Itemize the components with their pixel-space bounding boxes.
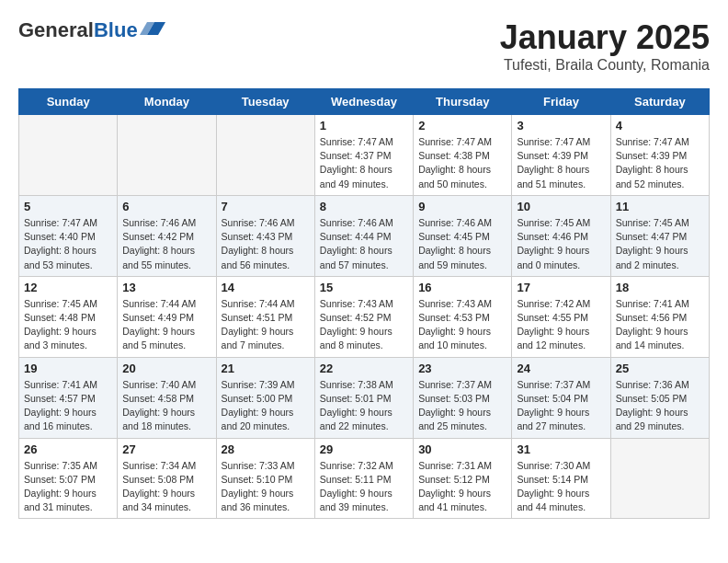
calendar-cell: 14Sunrise: 7:44 AM Sunset: 4:51 PM Dayli…: [216, 276, 314, 357]
day-info: Sunrise: 7:45 AM Sunset: 4:47 PM Dayligh…: [616, 216, 704, 272]
day-number: 16: [418, 281, 506, 294]
calendar-cell: 18Sunrise: 7:41 AM Sunset: 4:56 PM Dayli…: [610, 276, 709, 357]
day-number: 17: [517, 281, 605, 294]
weekday-header-saturday: Saturday: [610, 89, 709, 115]
day-number: 26: [24, 442, 112, 456]
day-info: Sunrise: 7:44 AM Sunset: 4:49 PM Dayligh…: [122, 297, 210, 353]
calendar-subtitle: Tufesti, Braila County, Romania: [500, 57, 710, 74]
day-number: 3: [517, 119, 605, 132]
title-section: January 2025 Tufesti, Braila County, Rom…: [500, 18, 710, 74]
day-info: Sunrise: 7:39 AM Sunset: 5:00 PM Dayligh…: [222, 378, 310, 434]
calendar-cell: 23Sunrise: 7:37 AM Sunset: 5:03 PM Dayli…: [414, 357, 512, 438]
calendar-cell: 28Sunrise: 7:33 AM Sunset: 5:10 PM Dayli…: [216, 438, 314, 519]
week-row-1: 1Sunrise: 7:47 AM Sunset: 4:37 PM Daylig…: [19, 115, 710, 196]
weekday-header-friday: Friday: [512, 89, 610, 115]
day-info: Sunrise: 7:47 AM Sunset: 4:39 PM Dayligh…: [616, 135, 704, 191]
day-number: 22: [320, 362, 408, 375]
calendar-cell: 17Sunrise: 7:42 AM Sunset: 4:55 PM Dayli…: [512, 276, 610, 357]
calendar-cell: 8Sunrise: 7:46 AM Sunset: 4:44 PM Daylig…: [314, 195, 413, 276]
calendar-cell: 6Sunrise: 7:46 AM Sunset: 4:42 PM Daylig…: [118, 195, 216, 276]
day-info: Sunrise: 7:33 AM Sunset: 5:10 PM Dayligh…: [222, 459, 310, 515]
day-number: 29: [320, 442, 408, 456]
day-info: Sunrise: 7:34 AM Sunset: 5:08 PM Dayligh…: [122, 459, 210, 515]
day-info: Sunrise: 7:46 AM Sunset: 4:45 PM Dayligh…: [418, 216, 506, 272]
day-number: 11: [616, 200, 704, 213]
day-info: Sunrise: 7:37 AM Sunset: 5:04 PM Dayligh…: [517, 378, 605, 434]
day-info: Sunrise: 7:46 AM Sunset: 4:43 PM Dayligh…: [222, 216, 310, 272]
day-number: 25: [616, 362, 704, 375]
day-number: 8: [320, 200, 408, 213]
day-number: 30: [418, 442, 506, 456]
calendar-cell: [118, 115, 216, 196]
day-number: 31: [517, 442, 605, 456]
weekday-header-tuesday: Tuesday: [216, 89, 314, 115]
calendar-cell: 9Sunrise: 7:46 AM Sunset: 4:45 PM Daylig…: [414, 195, 512, 276]
day-info: Sunrise: 7:47 AM Sunset: 4:38 PM Dayligh…: [418, 135, 506, 191]
day-number: 14: [222, 281, 310, 294]
day-number: 13: [122, 281, 210, 294]
calendar-cell: 4Sunrise: 7:47 AM Sunset: 4:39 PM Daylig…: [610, 115, 709, 196]
day-info: Sunrise: 7:46 AM Sunset: 4:42 PM Dayligh…: [122, 216, 210, 272]
week-row-2: 5Sunrise: 7:47 AM Sunset: 4:40 PM Daylig…: [19, 195, 710, 276]
day-number: 6: [122, 200, 210, 213]
calendar-cell: 26Sunrise: 7:35 AM Sunset: 5:07 PM Dayli…: [19, 438, 118, 519]
calendar-cell: 25Sunrise: 7:36 AM Sunset: 5:05 PM Dayli…: [610, 357, 709, 438]
logo-general: GeneralBlue: [18, 18, 138, 42]
week-row-3: 12Sunrise: 7:45 AM Sunset: 4:48 PM Dayli…: [19, 276, 710, 357]
calendar-cell: 30Sunrise: 7:31 AM Sunset: 5:12 PM Dayli…: [414, 438, 512, 519]
calendar-cell: 7Sunrise: 7:46 AM Sunset: 4:43 PM Daylig…: [216, 195, 314, 276]
calendar-cell: 2Sunrise: 7:47 AM Sunset: 4:38 PM Daylig…: [414, 115, 512, 196]
day-info: Sunrise: 7:42 AM Sunset: 4:55 PM Dayligh…: [517, 297, 605, 353]
calendar-table: SundayMondayTuesdayWednesdayThursdayFrid…: [18, 88, 710, 519]
day-info: Sunrise: 7:37 AM Sunset: 5:03 PM Dayligh…: [418, 378, 506, 434]
calendar-cell: 20Sunrise: 7:40 AM Sunset: 4:58 PM Dayli…: [118, 357, 216, 438]
day-info: Sunrise: 7:47 AM Sunset: 4:40 PM Dayligh…: [24, 216, 112, 272]
calendar-cell: 24Sunrise: 7:37 AM Sunset: 5:04 PM Dayli…: [512, 357, 610, 438]
week-row-4: 19Sunrise: 7:41 AM Sunset: 4:57 PM Dayli…: [19, 357, 710, 438]
day-info: Sunrise: 7:41 AM Sunset: 4:56 PM Dayligh…: [616, 297, 704, 353]
weekday-header-thursday: Thursday: [414, 89, 512, 115]
day-number: 2: [418, 119, 506, 132]
day-info: Sunrise: 7:47 AM Sunset: 4:39 PM Dayligh…: [517, 135, 605, 191]
logo: GeneralBlue: [18, 18, 165, 42]
day-number: 19: [24, 362, 112, 375]
calendar-cell: [19, 115, 118, 196]
day-info: Sunrise: 7:32 AM Sunset: 5:11 PM Dayligh…: [320, 459, 408, 515]
day-info: Sunrise: 7:35 AM Sunset: 5:07 PM Dayligh…: [24, 459, 112, 515]
day-number: 7: [222, 200, 310, 213]
calendar-cell: 12Sunrise: 7:45 AM Sunset: 4:48 PM Dayli…: [19, 276, 118, 357]
weekday-header-wednesday: Wednesday: [314, 89, 413, 115]
week-row-5: 26Sunrise: 7:35 AM Sunset: 5:07 PM Dayli…: [19, 438, 710, 519]
day-number: 5: [24, 200, 112, 213]
day-number: 28: [222, 442, 310, 456]
day-number: 24: [517, 362, 605, 375]
calendar-cell: 29Sunrise: 7:32 AM Sunset: 5:11 PM Dayli…: [314, 438, 413, 519]
calendar-cell: 27Sunrise: 7:34 AM Sunset: 5:08 PM Dayli…: [118, 438, 216, 519]
weekday-header-sunday: Sunday: [19, 89, 118, 115]
day-info: Sunrise: 7:38 AM Sunset: 5:01 PM Dayligh…: [320, 378, 408, 434]
day-number: 9: [418, 200, 506, 213]
calendar-cell: 15Sunrise: 7:43 AM Sunset: 4:52 PM Dayli…: [314, 276, 413, 357]
calendar-cell: 31Sunrise: 7:30 AM Sunset: 5:14 PM Dayli…: [512, 438, 610, 519]
day-number: 23: [418, 362, 506, 375]
day-number: 27: [122, 442, 210, 456]
day-number: 4: [616, 119, 704, 132]
calendar-cell: 21Sunrise: 7:39 AM Sunset: 5:00 PM Dayli…: [216, 357, 314, 438]
logo-icon: [140, 18, 165, 39]
day-info: Sunrise: 7:43 AM Sunset: 4:52 PM Dayligh…: [320, 297, 408, 353]
day-info: Sunrise: 7:45 AM Sunset: 4:46 PM Dayligh…: [517, 216, 605, 272]
calendar-cell: 11Sunrise: 7:45 AM Sunset: 4:47 PM Dayli…: [610, 195, 709, 276]
day-info: Sunrise: 7:36 AM Sunset: 5:05 PM Dayligh…: [616, 378, 704, 434]
day-number: 12: [24, 281, 112, 294]
calendar-cell: 13Sunrise: 7:44 AM Sunset: 4:49 PM Dayli…: [118, 276, 216, 357]
calendar-cell: 10Sunrise: 7:45 AM Sunset: 4:46 PM Dayli…: [512, 195, 610, 276]
calendar-cell: [216, 115, 314, 196]
day-info: Sunrise: 7:46 AM Sunset: 4:44 PM Dayligh…: [320, 216, 408, 272]
day-number: 18: [616, 281, 704, 294]
calendar-cell: 22Sunrise: 7:38 AM Sunset: 5:01 PM Dayli…: [314, 357, 413, 438]
calendar-cell: 19Sunrise: 7:41 AM Sunset: 4:57 PM Dayli…: [19, 357, 118, 438]
calendar-cell: 5Sunrise: 7:47 AM Sunset: 4:40 PM Daylig…: [19, 195, 118, 276]
day-info: Sunrise: 7:41 AM Sunset: 4:57 PM Dayligh…: [24, 378, 112, 434]
calendar-cell: 16Sunrise: 7:43 AM Sunset: 4:53 PM Dayli…: [414, 276, 512, 357]
day-number: 15: [320, 281, 408, 294]
